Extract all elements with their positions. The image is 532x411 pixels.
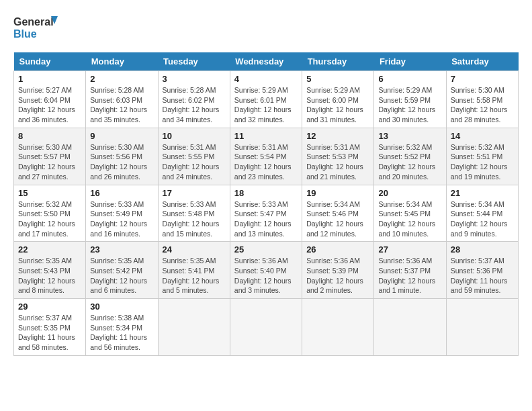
day-of-week-header: Monday	[86, 52, 158, 71]
day-info: Sunrise: 5:37 AM Sunset: 5:36 PM Dayligh…	[451, 256, 514, 295]
calendar-day-cell: 18Sunrise: 5:33 AM Sunset: 5:47 PM Dayli…	[230, 185, 302, 242]
day-of-week-header: Sunday	[14, 52, 86, 71]
svg-text:Blue: Blue	[13, 28, 37, 40]
day-number: 17	[163, 188, 226, 198]
calendar-day-cell: 21Sunrise: 5:34 AM Sunset: 5:44 PM Dayli…	[446, 185, 518, 242]
day-number: 8	[18, 131, 81, 141]
day-number: 26	[306, 244, 369, 255]
day-number: 27	[378, 244, 441, 255]
day-number: 12	[306, 131, 369, 141]
day-of-week-header: Saturday	[446, 52, 518, 71]
day-number: 29	[18, 302, 81, 312]
day-of-week-header: Friday	[374, 52, 446, 71]
calendar-day-cell	[158, 299, 230, 356]
calendar-day-cell: 25Sunrise: 5:36 AM Sunset: 5:40 PM Dayli…	[230, 242, 302, 299]
day-info: Sunrise: 5:34 AM Sunset: 5:46 PM Dayligh…	[306, 199, 369, 239]
day-number: 28	[451, 244, 514, 255]
day-info: Sunrise: 5:34 AM Sunset: 5:44 PM Dayligh…	[451, 199, 514, 239]
day-number: 24	[163, 244, 226, 255]
day-info: Sunrise: 5:35 AM Sunset: 5:41 PM Dayligh…	[163, 256, 226, 295]
day-number: 18	[234, 188, 298, 198]
calendar-day-cell	[446, 299, 518, 356]
day-info: Sunrise: 5:37 AM Sunset: 5:35 PM Dayligh…	[18, 313, 81, 353]
day-info: Sunrise: 5:35 AM Sunset: 5:43 PM Dayligh…	[18, 256, 81, 295]
calendar-day-cell: 10Sunrise: 5:31 AM Sunset: 5:55 PM Dayli…	[158, 128, 230, 185]
calendar-day-cell: 2Sunrise: 5:28 AM Sunset: 6:03 PM Daylig…	[86, 71, 158, 128]
calendar-day-cell: 27Sunrise: 5:36 AM Sunset: 5:37 PM Dayli…	[374, 242, 446, 299]
day-number: 30	[90, 302, 153, 312]
day-number: 14	[451, 131, 514, 141]
calendar-day-cell: 8Sunrise: 5:30 AM Sunset: 5:57 PM Daylig…	[14, 128, 86, 185]
day-number: 19	[306, 188, 369, 198]
calendar-day-cell: 15Sunrise: 5:32 AM Sunset: 5:50 PM Dayli…	[14, 185, 86, 242]
day-number: 16	[90, 188, 153, 198]
calendar-week-row: 22Sunrise: 5:35 AM Sunset: 5:43 PM Dayli…	[14, 242, 519, 299]
day-info: Sunrise: 5:30 AM Sunset: 5:58 PM Dayligh…	[451, 85, 514, 125]
calendar-week-row: 15Sunrise: 5:32 AM Sunset: 5:50 PM Dayli…	[14, 185, 519, 242]
day-info: Sunrise: 5:34 AM Sunset: 5:45 PM Dayligh…	[378, 199, 441, 239]
calendar-day-cell: 22Sunrise: 5:35 AM Sunset: 5:43 PM Dayli…	[14, 242, 86, 299]
general-blue-logo: GeneralBlue	[13, 13, 60, 42]
calendar-day-cell: 14Sunrise: 5:32 AM Sunset: 5:51 PM Dayli…	[446, 128, 518, 185]
page-header: GeneralBlue	[13, 13, 519, 42]
calendar-day-cell	[302, 299, 374, 356]
day-number: 1	[18, 74, 81, 84]
day-info: Sunrise: 5:29 AM Sunset: 6:00 PM Dayligh…	[306, 85, 369, 125]
day-info: Sunrise: 5:29 AM Sunset: 6:01 PM Dayligh…	[234, 85, 298, 125]
day-info: Sunrise: 5:31 AM Sunset: 5:54 PM Dayligh…	[234, 142, 298, 182]
day-number: 25	[234, 244, 298, 255]
day-number: 5	[306, 74, 369, 84]
calendar-day-cell: 23Sunrise: 5:35 AM Sunset: 5:42 PM Dayli…	[86, 242, 158, 299]
calendar-day-cell: 12Sunrise: 5:31 AM Sunset: 5:53 PM Dayli…	[302, 128, 374, 185]
logo: GeneralBlue	[13, 13, 60, 42]
calendar-day-cell: 19Sunrise: 5:34 AM Sunset: 5:46 PM Dayli…	[302, 185, 374, 242]
calendar-day-cell: 11Sunrise: 5:31 AM Sunset: 5:54 PM Dayli…	[230, 128, 302, 185]
calendar-day-cell: 6Sunrise: 5:29 AM Sunset: 5:59 PM Daylig…	[374, 71, 446, 128]
day-info: Sunrise: 5:31 AM Sunset: 5:53 PM Dayligh…	[306, 142, 369, 182]
calendar-day-cell	[230, 299, 302, 356]
day-number: 10	[163, 131, 226, 141]
calendar-day-cell: 7Sunrise: 5:30 AM Sunset: 5:58 PM Daylig…	[446, 71, 518, 128]
day-number: 20	[378, 188, 441, 198]
day-info: Sunrise: 5:29 AM Sunset: 5:59 PM Dayligh…	[378, 85, 441, 125]
calendar-header-row: SundayMondayTuesdayWednesdayThursdayFrid…	[14, 52, 519, 71]
calendar-day-cell: 28Sunrise: 5:37 AM Sunset: 5:36 PM Dayli…	[446, 242, 518, 299]
calendar-day-cell: 29Sunrise: 5:37 AM Sunset: 5:35 PM Dayli…	[14, 299, 86, 356]
calendar-day-cell: 1Sunrise: 5:27 AM Sunset: 6:04 PM Daylig…	[14, 71, 86, 128]
day-info: Sunrise: 5:36 AM Sunset: 5:37 PM Dayligh…	[378, 256, 441, 295]
calendar-week-row: 29Sunrise: 5:37 AM Sunset: 5:35 PM Dayli…	[14, 299, 519, 356]
calendar-day-cell	[374, 299, 446, 356]
day-of-week-header: Thursday	[302, 52, 374, 71]
day-info: Sunrise: 5:27 AM Sunset: 6:04 PM Dayligh…	[18, 85, 81, 125]
day-number: 11	[234, 131, 298, 141]
calendar-day-cell: 20Sunrise: 5:34 AM Sunset: 5:45 PM Dayli…	[374, 185, 446, 242]
day-number: 4	[234, 74, 298, 84]
calendar-day-cell: 16Sunrise: 5:33 AM Sunset: 5:49 PM Dayli…	[86, 185, 158, 242]
day-info: Sunrise: 5:30 AM Sunset: 5:57 PM Dayligh…	[18, 142, 81, 182]
svg-text:General: General	[13, 16, 54, 28]
day-info: Sunrise: 5:31 AM Sunset: 5:55 PM Dayligh…	[163, 142, 226, 182]
day-number: 2	[90, 74, 153, 84]
calendar-day-cell: 5Sunrise: 5:29 AM Sunset: 6:00 PM Daylig…	[302, 71, 374, 128]
day-info: Sunrise: 5:33 AM Sunset: 5:49 PM Dayligh…	[90, 199, 153, 239]
day-info: Sunrise: 5:33 AM Sunset: 5:48 PM Dayligh…	[163, 199, 226, 239]
calendar-day-cell: 17Sunrise: 5:33 AM Sunset: 5:48 PM Dayli…	[158, 185, 230, 242]
day-of-week-header: Wednesday	[230, 52, 302, 71]
day-info: Sunrise: 5:36 AM Sunset: 5:39 PM Dayligh…	[306, 256, 369, 295]
day-info: Sunrise: 5:32 AM Sunset: 5:52 PM Dayligh…	[378, 142, 441, 182]
day-info: Sunrise: 5:38 AM Sunset: 5:34 PM Dayligh…	[90, 313, 153, 353]
calendar-week-row: 8Sunrise: 5:30 AM Sunset: 5:57 PM Daylig…	[14, 128, 519, 185]
calendar-day-cell: 24Sunrise: 5:35 AM Sunset: 5:41 PM Dayli…	[158, 242, 230, 299]
day-number: 15	[18, 188, 81, 198]
calendar-day-cell: 30Sunrise: 5:38 AM Sunset: 5:34 PM Dayli…	[86, 299, 158, 356]
day-info: Sunrise: 5:28 AM Sunset: 6:02 PM Dayligh…	[163, 85, 226, 125]
day-number: 9	[90, 131, 153, 141]
calendar-day-cell: 4Sunrise: 5:29 AM Sunset: 6:01 PM Daylig…	[230, 71, 302, 128]
day-info: Sunrise: 5:28 AM Sunset: 6:03 PM Dayligh…	[90, 85, 153, 125]
day-number: 6	[378, 74, 441, 84]
calendar-day-cell: 3Sunrise: 5:28 AM Sunset: 6:02 PM Daylig…	[158, 71, 230, 128]
day-info: Sunrise: 5:33 AM Sunset: 5:47 PM Dayligh…	[234, 199, 298, 239]
calendar-body: 1Sunrise: 5:27 AM Sunset: 6:04 PM Daylig…	[14, 71, 519, 356]
calendar-day-cell: 13Sunrise: 5:32 AM Sunset: 5:52 PM Dayli…	[374, 128, 446, 185]
day-of-week-header: Tuesday	[158, 52, 230, 71]
